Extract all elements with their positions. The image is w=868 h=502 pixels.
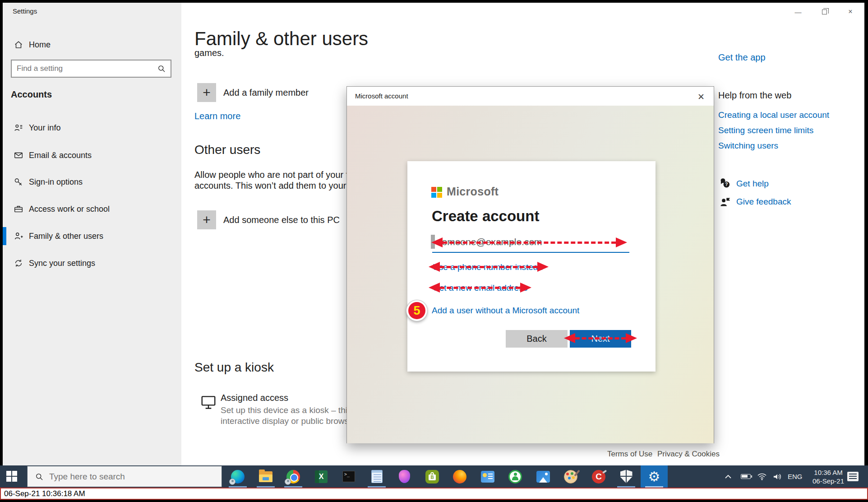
- taskbar-icon-terminal[interactable]: >_: [335, 465, 362, 488]
- sidebar-item-your-info[interactable]: Your info: [3, 119, 181, 137]
- taskbar-icon-settings[interactable]: ⚙: [641, 465, 668, 488]
- create-account-card: Microsoft Create account someone@example…: [407, 161, 656, 372]
- taskbar-icon-file-explorer[interactable]: [252, 465, 279, 488]
- close-button[interactable]: ×: [840, 3, 861, 21]
- taskbar-search[interactable]: [27, 466, 222, 487]
- use-phone-number-link[interactable]: Use a phone number instead: [433, 262, 543, 272]
- dialog-title: Microsoft account: [355, 92, 408, 100]
- chrome-icon: [286, 470, 300, 483]
- sidebar-item-family-other-users[interactable]: Family & other users: [3, 227, 181, 245]
- add-family-member-button[interactable]: +: [197, 83, 216, 102]
- tray-battery[interactable]: [741, 465, 751, 488]
- sidebar-item-label: Your info: [29, 123, 60, 133]
- tray-volume[interactable]: [772, 465, 782, 488]
- key-icon: [14, 177, 23, 187]
- screen: { "titlebar": { "app_title": "Settings",…: [0, 0, 868, 502]
- sidebar-item-email-accounts[interactable]: Email & accounts: [3, 146, 181, 164]
- search-icon: [35, 472, 44, 481]
- tray-wifi[interactable]: [757, 465, 767, 488]
- kiosk-icon: [200, 394, 217, 411]
- learn-more-link[interactable]: Learn more: [194, 111, 240, 121]
- get-new-email-link[interactable]: Get a new email address: [433, 283, 527, 293]
- notepad-icon: [371, 470, 383, 483]
- close-icon: ×: [848, 8, 852, 16]
- taskbar-icon-pink-drop[interactable]: [391, 465, 418, 488]
- taskbar-search-input[interactable]: [49, 472, 222, 482]
- dialog-titlebar: Microsoft account ✕: [347, 87, 714, 106]
- sidebar-item-home[interactable]: Home: [3, 36, 181, 54]
- email-input[interactable]: someone@example.com: [437, 237, 542, 247]
- help-link-switching-users[interactable]: Switching users: [718, 141, 778, 151]
- give-feedback-link[interactable]: Give feedback: [736, 197, 791, 207]
- taskbar-icon-excel[interactable]: X: [308, 465, 335, 488]
- speaker-icon: [772, 473, 782, 481]
- tray-time: 10:36 AM: [814, 468, 842, 477]
- minimize-button[interactable]: —: [788, 3, 808, 21]
- tray-date: 06-Sep-21: [813, 477, 844, 485]
- sidebar-item-sync-settings[interactable]: Sync your settings: [3, 254, 181, 272]
- taskbar-icon-ccleaner[interactable]: C: [585, 465, 612, 488]
- taskbar-icon-firefox[interactable]: [446, 465, 473, 488]
- search-input[interactable]: [12, 64, 157, 73]
- add-someone-button[interactable]: +: [197, 210, 216, 229]
- sync-icon: [14, 258, 23, 268]
- tray-language[interactable]: ENG: [788, 465, 803, 488]
- kiosk-heading: Set up a kiosk: [194, 360, 274, 375]
- next-button[interactable]: Next: [570, 330, 631, 348]
- dialog-close-button[interactable]: ✕: [695, 90, 707, 103]
- wifi-icon: [757, 473, 767, 481]
- step-number: 5: [413, 304, 420, 318]
- profile-avatar: [285, 479, 291, 485]
- text-cursor: [431, 235, 435, 249]
- assigned-access-title[interactable]: Assigned access: [221, 393, 288, 403]
- help-link-local-account[interactable]: Creating a local user account: [718, 110, 829, 120]
- privacy-cookies-link[interactable]: Privacy & Cookies: [657, 450, 720, 459]
- back-button[interactable]: Back: [506, 330, 568, 348]
- taskbar-icon-defender[interactable]: [613, 465, 640, 488]
- back-button-label: Back: [526, 334, 546, 344]
- assigned-access-line1: Set up this device as a kiosk – this co: [221, 405, 363, 415]
- family-icon: [14, 231, 23, 241]
- search-icon: [157, 64, 166, 73]
- person-card-icon: [14, 123, 23, 133]
- microsoft-logo-icon: [431, 187, 443, 198]
- taskbar-icon-blue-panel[interactable]: [474, 465, 501, 488]
- taskbar-icon-paint[interactable]: [557, 465, 584, 488]
- start-button[interactable]: [6, 471, 18, 482]
- taskbar-icon-edge[interactable]: [224, 465, 251, 488]
- briefcase-icon: [14, 204, 23, 214]
- sidebar-search[interactable]: [11, 60, 171, 78]
- taskbar-icon-photos[interactable]: [530, 465, 557, 488]
- envelope-icon: [14, 150, 23, 160]
- other-users-heading: Other users: [194, 143, 260, 157]
- tray-notifications[interactable]: 4: [847, 465, 868, 488]
- green-person-icon: [508, 470, 522, 483]
- help-link-screen-time[interactable]: Setting screen time limits: [718, 126, 813, 135]
- tray-clock[interactable]: 10:36 AM 06-Sep-21: [810, 465, 846, 488]
- taskbar-icon-green-person[interactable]: [502, 465, 529, 488]
- chevron-up-icon: [725, 474, 732, 479]
- paint-icon: [564, 470, 577, 483]
- page-title: Family & other users: [194, 28, 368, 50]
- taskbar-icon-green-bag[interactable]: B: [419, 465, 446, 488]
- sidebar: Settings Home Accounts Your info Email &…: [3, 3, 181, 465]
- language-label: ENG: [788, 473, 803, 480]
- restore-button[interactable]: [814, 3, 835, 21]
- svg-text:?: ?: [725, 182, 728, 187]
- sidebar-item-signin-options[interactable]: Sign-in options: [3, 173, 181, 191]
- sidebar-item-access-work-school[interactable]: Access work or school: [3, 200, 181, 218]
- tray-chevron[interactable]: [725, 465, 732, 488]
- taskbar-icon-notepad[interactable]: [363, 465, 390, 488]
- sidebar-item-label: Access work or school: [29, 205, 110, 214]
- other-users-desc-line2: accounts. This won’t add them to your fa…: [194, 181, 368, 191]
- sidebar-item-label: Sign-in options: [29, 177, 83, 187]
- add-user-without-ms-account-link[interactable]: Add a user without a Microsoft account: [432, 306, 579, 316]
- get-the-app-link[interactable]: Get the app: [718, 52, 766, 63]
- taskbar-icon-chrome[interactable]: [280, 465, 307, 488]
- sidebar-item-label: Family & other users: [29, 232, 103, 241]
- add-someone-label: Add someone else to this PC: [223, 210, 340, 229]
- get-help-link[interactable]: Get help: [736, 179, 769, 189]
- defender-icon: [620, 470, 633, 483]
- terms-of-use-link[interactable]: Terms of Use: [607, 450, 652, 459]
- microsoft-account-dialog: Microsoft account ✕ Terms of Use Privacy…: [346, 86, 714, 443]
